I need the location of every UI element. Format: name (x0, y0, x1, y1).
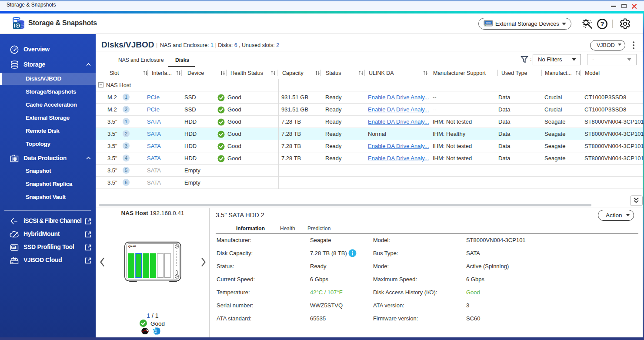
svg-text:RAID: RAID (486, 22, 491, 24)
svg-text:?: ? (601, 20, 604, 27)
svg-text:SSD: SSD (11, 246, 16, 249)
svg-text:QNAP: QNAP (128, 245, 136, 248)
